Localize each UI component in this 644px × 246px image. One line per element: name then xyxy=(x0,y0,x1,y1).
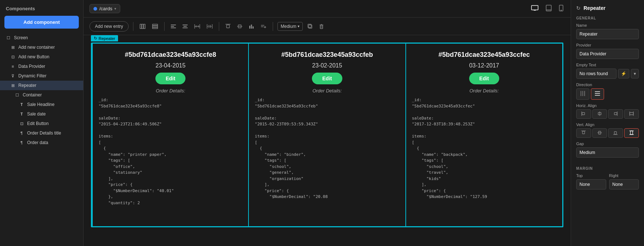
sidebar-item-screen[interactable]: ☐ Screen xyxy=(0,33,83,43)
horiz-align-buttons xyxy=(576,109,639,119)
sidebar: Components Add component ☐ Screen ⊞ Add … xyxy=(0,0,84,246)
empty-text-dropdown-button[interactable]: ▾ xyxy=(631,69,639,78)
sidebar-item-data-provider[interactable]: ≡ Data Provider xyxy=(0,62,83,71)
svg-rect-10 xyxy=(152,24,158,26)
card-1-edit-button[interactable]: Edit xyxy=(155,73,185,84)
card-3-edit-button[interactable]: Edit xyxy=(469,73,499,84)
margin-top-select[interactable]: None xyxy=(576,179,606,190)
card-1-order-title: Order Details: xyxy=(156,88,185,93)
general-section-label: GENERAL xyxy=(576,16,639,20)
desktop-icon[interactable] xyxy=(530,4,540,14)
svg-rect-63 xyxy=(582,131,585,134)
valign-stretch-button[interactable] xyxy=(624,128,639,138)
svg-rect-0 xyxy=(531,5,538,10)
screen-icon: ☐ xyxy=(6,35,11,40)
add-component-button[interactable]: Add component xyxy=(4,16,79,29)
valign-top-button[interactable] xyxy=(576,128,591,138)
card-1-title: #5bd761dcae323e45a93ccfe8 xyxy=(125,51,216,59)
mobile-icon[interactable] xyxy=(557,3,565,14)
repeater-label: ↻ Repeater xyxy=(91,35,118,41)
card-1-order-data: _id: "5bd761dcae323e45a93ccfe8" saleDate… xyxy=(99,97,242,206)
data-provider-icon: ≡ xyxy=(10,64,15,69)
direction-rows-button[interactable] xyxy=(591,88,604,100)
margin-row: Top None Right None xyxy=(576,173,639,190)
svg-rect-13 xyxy=(171,25,176,25)
svg-rect-35 xyxy=(253,26,254,29)
card-2-date: 23-02-2015 xyxy=(312,62,342,69)
route-badge[interactable]: /cards ▾ xyxy=(89,4,120,13)
button-icon: ⊡ xyxy=(10,54,15,59)
empty-text-label: Empty Text xyxy=(576,63,639,67)
svg-rect-15 xyxy=(171,27,176,28)
sidebar-item-dynamic-filter[interactable]: ⊽ Dynamic Filter xyxy=(0,71,83,81)
valign-middle-button[interactable] xyxy=(592,128,607,138)
valign-bottom-button[interactable] xyxy=(608,128,623,138)
svg-rect-33 xyxy=(249,26,250,29)
valign-top-button[interactable] xyxy=(224,22,232,30)
toolbar-divider4 xyxy=(273,22,273,31)
card-3-title: #5bd761dcae323e45a93ccfec xyxy=(438,51,530,59)
sidebar-item-order-data[interactable]: ¶ Order data xyxy=(0,138,83,147)
paragraph-icon: ¶ xyxy=(19,140,24,145)
card-3: #5bd761dcae323e45a93ccfec 03-12-2017 Edi… xyxy=(406,43,563,227)
card-2-title: #5bd761dcae323e45a93ccfeb xyxy=(281,51,373,59)
svg-rect-8 xyxy=(142,24,143,29)
chevron-down-icon: ▾ xyxy=(298,24,299,28)
valign-middle-button[interactable] xyxy=(235,22,244,30)
svg-point-6 xyxy=(561,10,562,11)
columns-layout-button[interactable] xyxy=(138,22,147,30)
sidebar-item-label: Container xyxy=(23,92,42,98)
card-2-edit-button[interactable]: Edit xyxy=(312,73,342,84)
tablet-icon[interactable] xyxy=(544,3,553,14)
sidebar-item-edit-button[interactable]: ⊡ Edit Button xyxy=(0,119,83,128)
gap-select[interactable]: Medium xyxy=(576,147,639,158)
card-2-order-title: Order Details: xyxy=(312,88,342,93)
bar-chart-button[interactable] xyxy=(247,22,256,30)
direction-buttons xyxy=(576,88,639,100)
sidebar-item-label: Data Provider xyxy=(18,64,45,69)
margin-right-select[interactable]: None xyxy=(609,179,639,190)
halign-stretch-button[interactable] xyxy=(624,109,639,119)
sidebar-item-container[interactable]: ☐ Container xyxy=(0,90,83,100)
horiz-align-label: Horiz. Align xyxy=(576,103,639,108)
sidebar-item-add-button[interactable]: ⊡ Add new Button xyxy=(0,52,83,62)
provider-select[interactable]: Data Provider xyxy=(576,49,639,59)
sidebar-item-sale-headline[interactable]: T Sale Headline xyxy=(0,100,83,109)
toolbar-divider xyxy=(133,22,133,31)
sidebar-item-label: Edit Button xyxy=(27,121,49,126)
route-label: /cards xyxy=(99,6,112,11)
align-stretch-button[interactable] xyxy=(192,22,202,30)
sidebar-item-repeater[interactable]: ⊞ Repeater xyxy=(0,81,83,90)
card-1: #5bd761dcae323e45a93ccfe8 23-04-2015 Edi… xyxy=(92,43,249,227)
sidebar-item-add-container[interactable]: ⊞ Add new container xyxy=(0,43,83,52)
rows-layout-button[interactable] xyxy=(150,22,160,30)
distribute-button[interactable] xyxy=(205,22,214,30)
medium-dropdown[interactable]: Medium ▾ xyxy=(277,22,303,31)
sidebar-item-label: Add new Button xyxy=(18,54,49,59)
halign-center-button[interactable] xyxy=(592,109,607,119)
align-left-button[interactable] xyxy=(169,22,178,30)
align-center-button[interactable] xyxy=(181,22,189,30)
sidebar-item-sale-date[interactable]: T Sale date xyxy=(0,109,83,119)
chevron-down-icon: ▾ xyxy=(114,7,116,11)
sidebar-title: Components xyxy=(0,0,83,16)
repeater-icon-label: ↻ xyxy=(94,36,97,41)
bolt-button[interactable]: ⚡ xyxy=(618,69,629,78)
empty-text-select[interactable]: No rows found xyxy=(576,69,617,79)
repeater-wrapper: ↻ Repeater #5bd761dcae323e45a93ccfe8 23-… xyxy=(91,43,563,227)
halign-left-button[interactable] xyxy=(576,109,591,119)
right-panel: ↻ Repeater GENERAL Name Provider Data Pr… xyxy=(571,0,644,246)
sidebar-item-label: Add new container xyxy=(18,45,55,50)
delete-button[interactable] xyxy=(317,22,325,30)
add-entry-button[interactable]: Add new entry xyxy=(89,21,129,32)
name-input[interactable] xyxy=(576,29,639,39)
svg-rect-14 xyxy=(171,26,174,27)
halign-right-button[interactable] xyxy=(608,109,623,119)
copy-button[interactable] xyxy=(306,22,314,30)
direction-columns-button[interactable] xyxy=(576,88,589,100)
sidebar-item-label: Order data xyxy=(27,140,48,145)
svg-rect-41 xyxy=(308,24,311,27)
card-1-date: 23-04-2015 xyxy=(155,62,185,69)
sidebar-item-order-details-title[interactable]: ¶ Order Details title xyxy=(0,128,83,138)
add-field-button[interactable] xyxy=(259,22,268,30)
